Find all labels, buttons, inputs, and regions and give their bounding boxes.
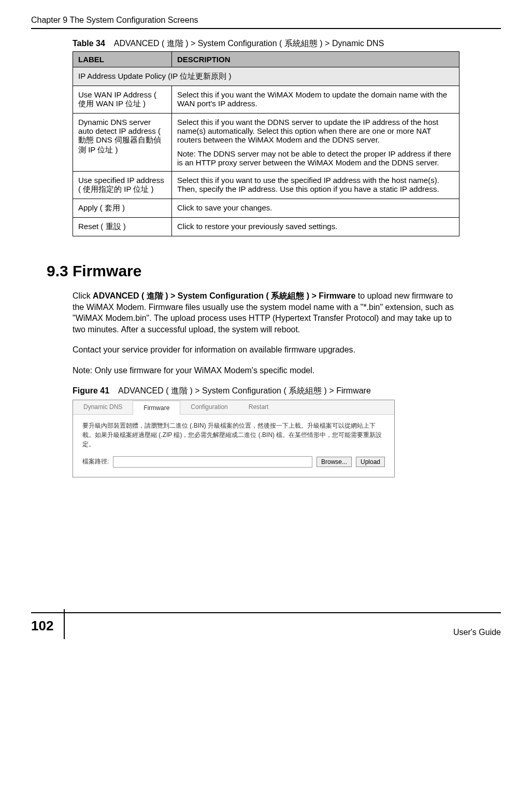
row-label: Apply ( 套用 ) xyxy=(73,199,172,218)
table-row: Use specified IP address ( 使用指定的 IP 位址 )… xyxy=(73,172,459,199)
row-desc-note: Note: The DDNS server may not be able to… xyxy=(177,149,454,167)
table-row: Apply ( 套用 ) Click to save your changes. xyxy=(73,199,459,218)
table-section-row: IP Address Update Policy (IP 位址更新原則 ) xyxy=(73,67,459,86)
col-description: DESCRIPTION xyxy=(172,52,459,67)
col-label: LABEL xyxy=(73,52,172,67)
table-header-row: LABEL DESCRIPTION xyxy=(73,52,459,67)
table-caption: Table 34 ADVANCED ( 進階 ) > System Config… xyxy=(73,38,459,49)
row-desc: Select this if you want the WiMAX Modem … xyxy=(172,86,459,114)
page-number: 102 xyxy=(31,609,65,639)
dynamic-dns-table: LABEL DESCRIPTION IP Address Update Poli… xyxy=(73,51,459,236)
chapter-header: Chapter 9 The System Configuration Scree… xyxy=(31,16,501,29)
figure-caption: Figure 41 ADVANCED ( 進階 ) > System Confi… xyxy=(73,386,459,397)
table-row: Reset ( 重設 ) Click to restore your previ… xyxy=(73,218,459,236)
tab-configuration[interactable]: Configuration xyxy=(180,400,238,414)
file-path-label: 檔案路徑: xyxy=(82,457,109,466)
tab-restart[interactable]: Restart xyxy=(238,400,279,414)
row-label: Use specified IP address ( 使用指定的 IP 位址 ) xyxy=(73,172,172,199)
figure-screenshot: Dynamic DNS Firmware Configuration Resta… xyxy=(73,400,395,477)
browse-button[interactable]: Browse... xyxy=(317,457,352,467)
row-desc-main: Select this if you want the DDNS server … xyxy=(177,118,438,144)
figure-caption-label: Figure 41 xyxy=(73,386,109,395)
figure-caption-text: ADVANCED ( 進階 ) > System Configuration (… xyxy=(118,386,371,395)
table-caption-rest: ADVANCED ( 進階 ) > System Configuration (… xyxy=(114,39,384,48)
upload-instruction: 要升級內部裝置韌體，請瀏覽到二進位 (.BIN) 升級檔案的位置，然後按一下上載… xyxy=(82,421,385,449)
section-title: 9.3 Firmware xyxy=(47,262,501,280)
users-guide-label: User's Guide xyxy=(453,628,501,639)
tab-firmware[interactable]: Firmware xyxy=(133,401,180,415)
table-caption-label: Table 34 xyxy=(73,39,105,48)
row-label: Use WAN IP Address ( 使用 WAN IP 位址 ) xyxy=(73,86,172,114)
section-row-text: IP Address Update Policy (IP 位址更新原則 ) xyxy=(73,67,459,86)
table-caption-text xyxy=(107,39,113,48)
table-row: Dynamic DNS server auto detect IP addres… xyxy=(73,114,459,172)
row-desc: Click to save your changes. xyxy=(172,199,459,218)
row-desc: Click to restore your previously saved s… xyxy=(172,218,459,236)
body-paragraph-note: Note: Only use firmware for your WiMAX M… xyxy=(73,365,459,376)
tab-bar: Dynamic DNS Firmware Configuration Resta… xyxy=(73,400,394,415)
file-path-input[interactable] xyxy=(113,456,312,468)
row-desc: Select this if you want the DDNS server … xyxy=(172,114,459,172)
row-label: Reset ( 重設 ) xyxy=(73,218,172,236)
body-paragraph: Click ADVANCED ( 進階 ) > System Configura… xyxy=(73,290,459,335)
upload-button[interactable]: Upload xyxy=(356,457,385,467)
body-paragraph: Contact your service provider for inform… xyxy=(73,344,459,356)
table-row: Use WAN IP Address ( 使用 WAN IP 位址 ) Sele… xyxy=(73,86,459,114)
page-footer: 102 User's Guide xyxy=(31,612,501,639)
tab-dynamic-dns[interactable]: Dynamic DNS xyxy=(73,400,133,414)
file-path-row: 檔案路徑: Browse... Upload xyxy=(82,456,385,468)
row-label: Dynamic DNS server auto detect IP addres… xyxy=(73,114,172,172)
row-desc: Select this if you want to use the speci… xyxy=(172,172,459,199)
